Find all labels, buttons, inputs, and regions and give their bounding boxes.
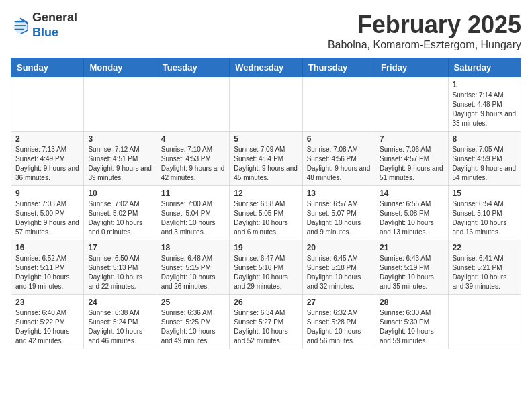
day-number: 28: [380, 298, 443, 307]
weekday-header: Tuesday: [157, 58, 229, 77]
calendar-header-row: SundayMondayTuesdayWednesdayThursdayFrid…: [11, 58, 521, 77]
calendar-cell: 25Sunrise: 6:36 AM Sunset: 5:25 PM Dayli…: [157, 295, 229, 349]
day-number: 14: [380, 189, 443, 198]
day-info: Sunrise: 6:38 AM Sunset: 5:24 PM Dayligh…: [88, 308, 152, 346]
day-number: 5: [234, 134, 298, 144]
day-number: 23: [15, 298, 79, 307]
day-number: 12: [234, 189, 298, 198]
calendar-cell: [11, 77, 84, 132]
calendar-week-row: 16Sunrise: 6:52 AM Sunset: 5:11 PM Dayli…: [11, 240, 521, 295]
calendar-cell: 10Sunrise: 7:02 AM Sunset: 5:02 PM Dayli…: [84, 186, 157, 240]
calendar-week-row: 1Sunrise: 7:14 AM Sunset: 4:48 PM Daylig…: [11, 77, 521, 132]
day-info: Sunrise: 7:12 AM Sunset: 4:51 PM Dayligh…: [88, 145, 152, 183]
day-info: Sunrise: 6:55 AM Sunset: 5:08 PM Dayligh…: [380, 199, 443, 237]
calendar-week-row: 23Sunrise: 6:40 AM Sunset: 5:22 PM Dayli…: [11, 295, 521, 349]
day-info: Sunrise: 7:09 AM Sunset: 4:54 PM Dayligh…: [234, 145, 298, 183]
page-header: General Blue February 2025 Babolna, Koma…: [11, 11, 521, 51]
logo-text: General Blue: [32, 11, 77, 40]
day-number: 19: [234, 243, 298, 253]
weekday-header: Thursday: [302, 58, 375, 77]
calendar-cell: 11Sunrise: 7:00 AM Sunset: 5:04 PM Dayli…: [157, 186, 229, 240]
day-number: 2: [15, 134, 79, 144]
calendar-cell: 6Sunrise: 7:08 AM Sunset: 4:56 PM Daylig…: [302, 132, 375, 186]
calendar-cell: 5Sunrise: 7:09 AM Sunset: 4:54 PM Daylig…: [230, 132, 302, 186]
calendar-cell: 21Sunrise: 6:43 AM Sunset: 5:19 PM Dayli…: [375, 240, 448, 295]
calendar-title: February 2025: [328, 11, 521, 39]
day-number: 15: [453, 189, 517, 198]
calendar-cell: 12Sunrise: 6:58 AM Sunset: 5:05 PM Dayli…: [230, 186, 302, 240]
calendar-cell: 26Sunrise: 6:34 AM Sunset: 5:27 PM Dayli…: [230, 295, 302, 349]
day-info: Sunrise: 7:13 AM Sunset: 4:49 PM Dayligh…: [15, 145, 79, 183]
calendar-cell: 13Sunrise: 6:57 AM Sunset: 5:07 PM Dayli…: [302, 186, 375, 240]
weekday-header: Friday: [375, 58, 448, 77]
day-number: 11: [161, 189, 225, 198]
calendar-cell: 16Sunrise: 6:52 AM Sunset: 5:11 PM Dayli…: [11, 240, 84, 295]
calendar-cell: 19Sunrise: 6:47 AM Sunset: 5:16 PM Dayli…: [230, 240, 302, 295]
calendar-cell: 18Sunrise: 6:48 AM Sunset: 5:15 PM Dayli…: [157, 240, 229, 295]
calendar-cell: [230, 77, 302, 132]
calendar-cell: 23Sunrise: 6:40 AM Sunset: 5:22 PM Dayli…: [11, 295, 84, 349]
day-number: 10: [88, 189, 152, 198]
logo: General Blue: [11, 11, 77, 40]
calendar-cell: 15Sunrise: 6:54 AM Sunset: 5:10 PM Dayli…: [448, 186, 521, 240]
weekday-header: Sunday: [11, 58, 84, 77]
day-number: 25: [161, 298, 225, 307]
calendar-cell: [157, 77, 229, 132]
day-number: 3: [88, 134, 152, 144]
calendar-cell: 27Sunrise: 6:32 AM Sunset: 5:28 PM Dayli…: [302, 295, 375, 349]
calendar-cell: 24Sunrise: 6:38 AM Sunset: 5:24 PM Dayli…: [84, 295, 157, 349]
day-number: 1: [453, 80, 517, 89]
calendar-cell: 7Sunrise: 7:06 AM Sunset: 4:57 PM Daylig…: [375, 132, 448, 186]
calendar-cell: 3Sunrise: 7:12 AM Sunset: 4:51 PM Daylig…: [84, 132, 157, 186]
day-info: Sunrise: 6:48 AM Sunset: 5:15 PM Dayligh…: [161, 254, 225, 291]
day-number: 4: [161, 134, 225, 144]
calendar-cell: 8Sunrise: 7:05 AM Sunset: 4:59 PM Daylig…: [448, 132, 521, 186]
day-info: Sunrise: 6:40 AM Sunset: 5:22 PM Dayligh…: [15, 308, 79, 346]
day-info: Sunrise: 6:47 AM Sunset: 5:16 PM Dayligh…: [234, 254, 298, 291]
day-info: Sunrise: 6:57 AM Sunset: 5:07 PM Dayligh…: [307, 199, 371, 237]
weekday-header: Saturday: [448, 58, 521, 77]
calendar-cell: 22Sunrise: 6:41 AM Sunset: 5:21 PM Dayli…: [448, 240, 521, 295]
day-info: Sunrise: 7:14 AM Sunset: 4:48 PM Dayligh…: [453, 91, 517, 128]
calendar-cell: [375, 77, 448, 132]
day-info: Sunrise: 7:06 AM Sunset: 4:57 PM Dayligh…: [380, 145, 443, 183]
day-number: 20: [307, 243, 371, 253]
day-info: Sunrise: 7:02 AM Sunset: 5:02 PM Dayligh…: [88, 199, 152, 237]
day-info: Sunrise: 6:30 AM Sunset: 5:30 PM Dayligh…: [380, 308, 443, 346]
day-info: Sunrise: 7:08 AM Sunset: 4:56 PM Dayligh…: [307, 145, 371, 183]
calendar-cell: [84, 77, 157, 132]
day-number: 7: [380, 134, 443, 144]
day-info: Sunrise: 6:45 AM Sunset: 5:18 PM Dayligh…: [307, 254, 371, 291]
day-info: Sunrise: 6:43 AM Sunset: 5:19 PM Dayligh…: [380, 254, 443, 291]
day-info: Sunrise: 6:32 AM Sunset: 5:28 PM Dayligh…: [307, 308, 371, 346]
calendar-cell: 1Sunrise: 7:14 AM Sunset: 4:48 PM Daylig…: [448, 77, 521, 132]
day-info: Sunrise: 6:34 AM Sunset: 5:27 PM Dayligh…: [234, 308, 298, 346]
day-info: Sunrise: 7:05 AM Sunset: 4:59 PM Dayligh…: [453, 145, 517, 183]
calendar-cell: [302, 77, 375, 132]
logo-icon: [11, 16, 30, 35]
day-number: 22: [453, 243, 517, 253]
day-info: Sunrise: 6:52 AM Sunset: 5:11 PM Dayligh…: [15, 254, 79, 291]
day-info: Sunrise: 6:50 AM Sunset: 5:13 PM Dayligh…: [88, 254, 152, 291]
day-info: Sunrise: 7:00 AM Sunset: 5:04 PM Dayligh…: [161, 199, 225, 237]
calendar-cell: 17Sunrise: 6:50 AM Sunset: 5:13 PM Dayli…: [84, 240, 157, 295]
day-info: Sunrise: 7:03 AM Sunset: 5:00 PM Dayligh…: [15, 199, 79, 237]
day-info: Sunrise: 6:36 AM Sunset: 5:25 PM Dayligh…: [161, 308, 225, 346]
calendar-subtitle: Babolna, Komarom-Esztergom, Hungary: [328, 39, 521, 51]
calendar-cell: 14Sunrise: 6:55 AM Sunset: 5:08 PM Dayli…: [375, 186, 448, 240]
day-number: 13: [307, 189, 371, 198]
day-info: Sunrise: 7:10 AM Sunset: 4:53 PM Dayligh…: [161, 145, 225, 183]
day-number: 6: [307, 134, 371, 144]
day-info: Sunrise: 6:58 AM Sunset: 5:05 PM Dayligh…: [234, 199, 298, 237]
day-info: Sunrise: 6:41 AM Sunset: 5:21 PM Dayligh…: [453, 254, 517, 291]
calendar-week-row: 2Sunrise: 7:13 AM Sunset: 4:49 PM Daylig…: [11, 132, 521, 186]
title-section: February 2025 Babolna, Komarom-Esztergom…: [328, 11, 521, 51]
calendar-cell: 28Sunrise: 6:30 AM Sunset: 5:30 PM Dayli…: [375, 295, 448, 349]
day-number: 26: [234, 298, 298, 307]
weekday-header: Monday: [84, 58, 157, 77]
day-number: 24: [88, 298, 152, 307]
calendar-cell: [448, 295, 521, 349]
calendar-cell: 20Sunrise: 6:45 AM Sunset: 5:18 PM Dayli…: [302, 240, 375, 295]
day-number: 8: [453, 134, 517, 144]
day-number: 9: [15, 189, 79, 198]
